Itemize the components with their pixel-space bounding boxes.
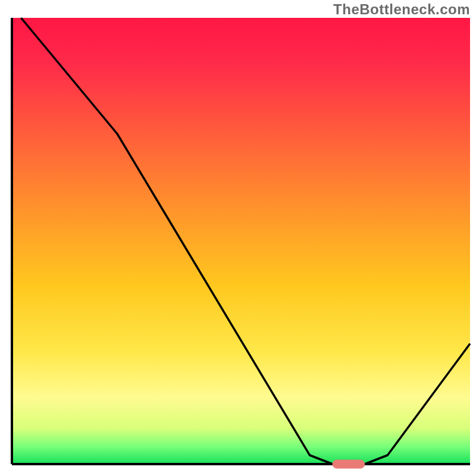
heat-gradient-background	[12, 18, 470, 464]
chart-stage: TheBottleneck.com	[0, 0, 476, 476]
bottleneck-chart	[0, 0, 476, 476]
optimal-range-marker	[333, 460, 365, 468]
watermark-label: TheBottleneck.com	[333, 1, 470, 18]
